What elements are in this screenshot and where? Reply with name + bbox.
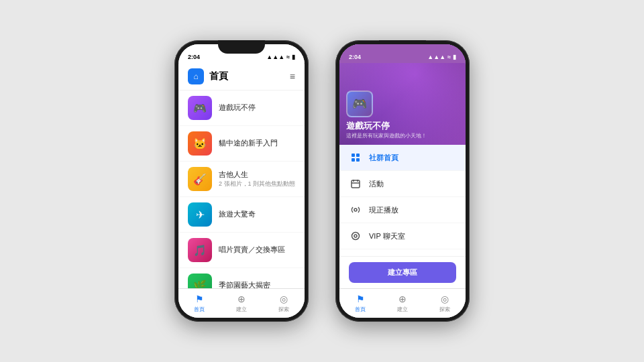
home-tab-icon-2: ⚑ xyxy=(356,294,365,304)
header-title-1: 首頁 xyxy=(209,70,290,82)
time-2: 2:04 xyxy=(349,54,361,60)
bottom-tab-2: ⚑ 首頁 ⊕ 建立 ◎ 探索 xyxy=(339,288,466,318)
explore-tab-icon-2: ◎ xyxy=(441,294,449,304)
menu-item-vip[interactable]: VIP 聊天室 xyxy=(339,223,466,249)
home-icon-1: ⌂ xyxy=(188,68,204,84)
battery-2: ▮ xyxy=(453,54,456,60)
menu-icon-1[interactable]: ≡ xyxy=(290,71,295,82)
tab-explore-1[interactable]: ◎ 探索 xyxy=(278,294,289,313)
svg-rect-0 xyxy=(352,154,355,157)
create-tab-label-2: 建立 xyxy=(397,306,408,313)
feed-label-6: 季節園藝大揭密 xyxy=(219,280,270,288)
feed-label-3: 吉他人生 xyxy=(219,170,295,180)
home-tab-label-2: 首頁 xyxy=(355,306,366,313)
feed-icon-1: 🎮 xyxy=(188,96,212,120)
svg-point-9 xyxy=(352,233,360,240)
menu-item-community[interactable]: 社群首頁 xyxy=(339,145,466,171)
svg-rect-3 xyxy=(356,158,360,162)
feed-label-1: 遊戲玩不停 xyxy=(219,103,256,113)
feed-item-5[interactable]: 🎵 唱片買賣／交換專區 xyxy=(178,233,305,268)
feed-label-2: 貓中途的新手入門 xyxy=(219,138,278,148)
time-1: 2:04 xyxy=(188,54,200,60)
feed-item-1[interactable]: 🎮 遊戲玩不停 xyxy=(178,90,305,126)
feed-label-4: 旅遊大驚奇 xyxy=(219,209,256,219)
tab-create-1[interactable]: ⊕ 建立 xyxy=(236,294,247,313)
feed-screen: 🎮 遊戲玩不停 🐱 貓中途的新手入門 🎸 吉他人生 2 張相片，1 則其他焦 xyxy=(178,90,305,288)
feed-item-3[interactable]: 🎸 吉他人生 2 張相片，1 則其他焦點動態 xyxy=(178,162,305,197)
group-name: 遊戲玩不停 xyxy=(346,120,427,132)
feed-icon-6: 🌿 xyxy=(188,274,212,288)
create-tab-icon-1: ⊕ xyxy=(237,294,246,304)
battery-1: ▮ xyxy=(292,54,295,60)
home-tab-icon-1: ⚑ xyxy=(195,294,204,304)
feed-item-2[interactable]: 🐱 貓中途的新手入門 xyxy=(178,126,305,162)
signal-1: ▲▲▲ xyxy=(266,54,284,60)
tab-home-2[interactable]: ⚑ 首頁 xyxy=(355,294,366,313)
phone-2: 2:04 ▲▲▲ ≈ ▮ ⌂ ↗ ◄ xyxy=(335,40,470,322)
events-icon xyxy=(349,177,362,190)
tab-create-2[interactable]: ⊕ 建立 xyxy=(397,294,408,313)
feed-label-5: 唱片買賣／交換專區 xyxy=(219,245,285,255)
status-bar-2: 2:04 ▲▲▲ ≈ ▮ xyxy=(339,44,466,63)
feed-icon-2: 🐱 xyxy=(188,131,212,156)
menu-item-live[interactable]: 現正播放 xyxy=(339,197,466,223)
feed-item-4[interactable]: ✈ 旅遊大驚奇 xyxy=(178,197,305,233)
svg-rect-4 xyxy=(352,180,360,188)
create-button[interactable]: 建立專區 xyxy=(349,262,456,283)
create-tab-label-1: 建立 xyxy=(236,306,247,313)
home-tab-label-1: 首頁 xyxy=(194,306,205,313)
group-menu: 社群首頁 活動 現正播放 xyxy=(339,145,466,256)
menu-label-events: 活動 xyxy=(369,179,384,189)
phone-1: 2:04 ▲▲▲ ≈ ▮ ⌂ 首頁 ≡ 🎮 遊戲玩不停 xyxy=(174,40,309,322)
svg-point-8 xyxy=(354,208,357,211)
explore-tab-label-1: 探索 xyxy=(278,306,289,313)
p2-screen: ⌂ ↗ ◄ ⚙ ‹ 🎮 遊戲玩不停 這裡 xyxy=(339,44,466,318)
svg-rect-2 xyxy=(352,158,355,162)
menu-item-events[interactable]: 活動 xyxy=(339,171,466,197)
group-desc: 這裡是所有玩家與遊戲的小天地！ xyxy=(346,132,427,139)
feed-icon-4: ✈ xyxy=(188,202,212,227)
menu-label-vip: VIP 聊天室 xyxy=(369,231,405,241)
create-section: 建立專區 xyxy=(339,256,466,288)
bottom-tab-1: ⚑ 首頁 ⊕ 建立 ◎ 探索 xyxy=(178,288,305,318)
feed-item-6[interactable]: 🌿 季節園藝大揭密 xyxy=(178,268,305,288)
header-bar-1: ⌂ 首頁 ≡ xyxy=(178,63,305,90)
feed-sub-3: 2 張相片，1 則其他焦點動態 xyxy=(219,180,295,188)
notch-1 xyxy=(218,40,265,54)
svg-point-10 xyxy=(354,235,357,237)
group-avatar: 🎮 xyxy=(346,90,373,117)
tab-explore-2[interactable]: ◎ 探索 xyxy=(439,294,450,313)
vip-icon xyxy=(349,229,362,243)
wifi-2: ≈ xyxy=(447,54,451,60)
wifi-1: ≈ xyxy=(286,54,290,60)
group-info: 🎮 遊戲玩不停 這裡是所有玩家與遊戲的小天地！ xyxy=(346,90,427,139)
explore-tab-label-2: 探索 xyxy=(439,306,450,313)
feed-icon-3: 🎸 xyxy=(188,167,212,191)
tab-home-1[interactable]: ⚑ 首頁 xyxy=(194,294,205,313)
community-icon xyxy=(349,151,362,164)
scene: 2:04 ▲▲▲ ≈ ▮ ⌂ 首頁 ≡ 🎮 遊戲玩不停 xyxy=(0,0,644,362)
signal-2: ▲▲▲ xyxy=(427,54,445,60)
explore-tab-icon-1: ◎ xyxy=(280,294,288,304)
menu-label-community: 社群首頁 xyxy=(369,153,398,163)
feed-icon-5: 🎵 xyxy=(188,238,212,262)
menu-label-live: 現正播放 xyxy=(369,205,398,215)
menu-item-troubleshoot[interactable]: 疑難排解 xyxy=(339,249,466,256)
create-tab-icon-2: ⊕ xyxy=(398,294,407,304)
live-icon xyxy=(349,203,362,217)
svg-rect-1 xyxy=(356,154,360,157)
